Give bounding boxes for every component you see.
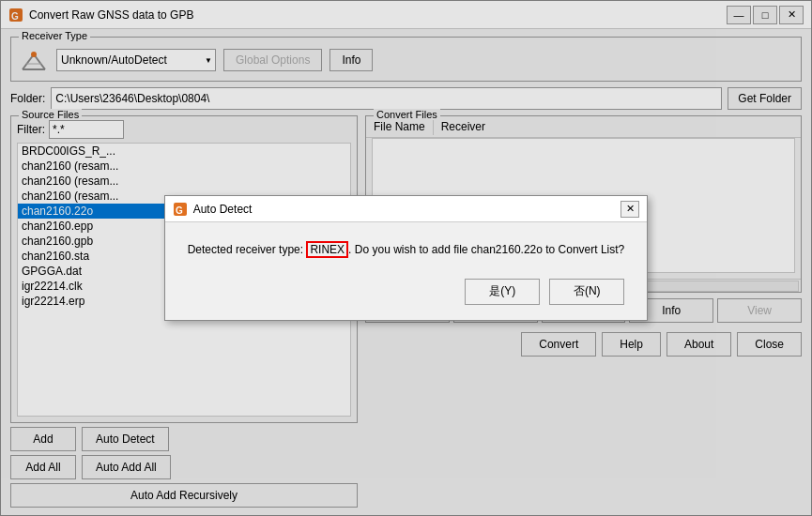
rinex-highlight: RINEX (306, 241, 348, 258)
modal-buttons: 是(Y) 否(N) (188, 279, 625, 305)
auto-detect-modal: G Auto Detect ✕ Detected receiver type: … (164, 195, 649, 320)
modal-message-before: Detected receiver type: (188, 243, 307, 256)
modal-yes-button[interactable]: 是(Y) (465, 279, 540, 305)
modal-icon: G (173, 202, 188, 217)
modal-no-button[interactable]: 否(N) (549, 279, 624, 305)
modal-message-after: . Do you wish to add file chan2160.22o t… (348, 243, 624, 256)
modal-overlay: G Auto Detect ✕ Detected receiver type: … (0, 0, 812, 516)
modal-titlebar: G Auto Detect ✕ (165, 196, 648, 222)
modal-content: Detected receiver type: RINEX. Do you wi… (165, 222, 648, 319)
modal-title-left: G Auto Detect (173, 202, 253, 217)
modal-title-text: Auto Detect (193, 203, 253, 216)
modal-close-button[interactable]: ✕ (620, 201, 639, 218)
modal-message: Detected receiver type: RINEX. Do you wi… (188, 241, 625, 259)
svg-text:G: G (176, 205, 183, 216)
